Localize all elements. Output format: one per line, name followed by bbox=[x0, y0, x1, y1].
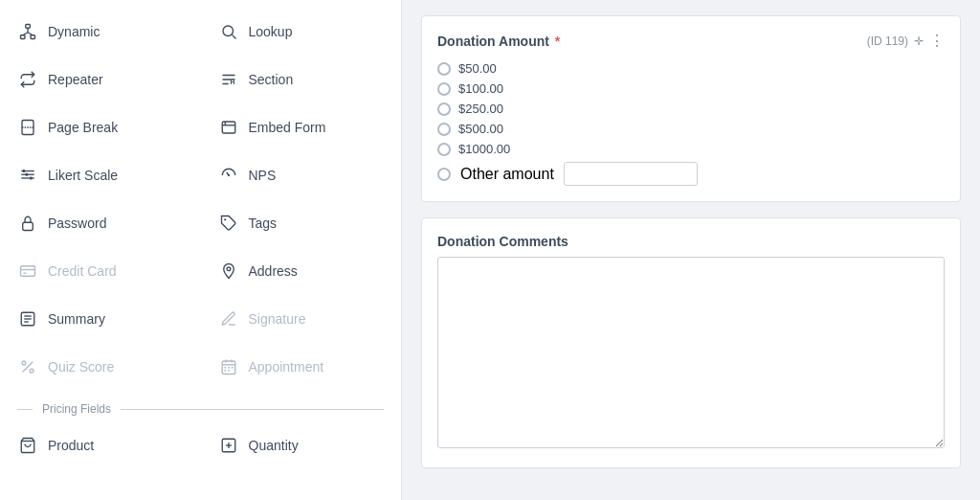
donation-comments-label: Donation Comments bbox=[437, 234, 945, 249]
field-item-nps[interactable]: NPS bbox=[201, 151, 402, 199]
radio-item-1000[interactable]: $1000.00 bbox=[437, 142, 945, 156]
pricing-section-label: Pricing Fields bbox=[42, 402, 111, 416]
radio-item-100[interactable]: $100.00 bbox=[437, 81, 945, 96]
calendar-grid-icon bbox=[218, 356, 239, 377]
field-item-dynamic[interactable]: Dynamic bbox=[0, 8, 201, 56]
donation-amount-card: Donation Amount * (ID 119) ✛ ⋮ $50.00 $1… bbox=[421, 15, 961, 202]
field-label-quiz-score: Quiz Score bbox=[48, 359, 114, 375]
pen-icon bbox=[218, 308, 239, 330]
field-item-likert-scale[interactable]: Likert Scale bbox=[0, 151, 201, 199]
widget-id-badge: (ID 119) ✛ ⋮ bbox=[867, 32, 945, 50]
svg-line-31 bbox=[23, 362, 33, 373]
radio-item-250[interactable]: $250.00 bbox=[437, 102, 945, 116]
field-item-lookup[interactable]: Lookup bbox=[201, 8, 402, 56]
more-options-icon[interactable]: ⋮ bbox=[929, 32, 945, 50]
other-amount-input[interactable] bbox=[564, 162, 698, 186]
field-item-appointment: Appointment bbox=[201, 343, 402, 391]
other-amount-row: Other amount bbox=[437, 162, 945, 186]
svg-rect-0 bbox=[26, 25, 31, 29]
svg-rect-17 bbox=[23, 170, 25, 172]
svg-rect-1 bbox=[21, 35, 26, 39]
field-label-nps: NPS bbox=[249, 168, 277, 183]
donation-comments-textarea[interactable] bbox=[437, 257, 945, 448]
radio-item-500[interactable]: $500.00 bbox=[437, 122, 945, 136]
field-item-page-break[interactable]: Page Break bbox=[0, 103, 201, 151]
svg-rect-21 bbox=[23, 222, 33, 230]
field-item-quantity[interactable]: Quantity bbox=[201, 421, 402, 469]
field-label-summary: Summary bbox=[48, 311, 105, 327]
field-label-quantity: Quantity bbox=[249, 438, 299, 453]
field-grid: Dynamic Lookup Repeater H Section bbox=[0, 8, 401, 391]
svg-rect-18 bbox=[26, 173, 28, 176]
field-item-summary[interactable]: Summary bbox=[0, 295, 201, 343]
field-label-dynamic: Dynamic bbox=[48, 24, 100, 39]
field-item-product[interactable]: Product bbox=[0, 421, 201, 469]
svg-rect-23 bbox=[21, 266, 35, 277]
embed-icon bbox=[218, 117, 239, 138]
search-icon bbox=[218, 21, 239, 42]
field-item-embed-form[interactable]: Embed Form bbox=[201, 103, 402, 151]
radio-label-250: $250.00 bbox=[458, 102, 503, 116]
radio-circle[interactable] bbox=[437, 143, 451, 156]
radio-label-500: $500.00 bbox=[458, 122, 503, 136]
svg-point-26 bbox=[227, 267, 231, 271]
radio-circle[interactable] bbox=[437, 102, 451, 116]
radio-item-50[interactable]: $50.00 bbox=[437, 61, 945, 76]
radio-circle[interactable] bbox=[437, 123, 451, 136]
field-label-tags: Tags bbox=[249, 216, 278, 231]
radio-circle[interactable] bbox=[437, 82, 451, 96]
field-label-embed-form: Embed Form bbox=[249, 120, 326, 135]
svg-point-6 bbox=[223, 26, 234, 36]
lock-icon bbox=[17, 213, 38, 234]
svg-text:H: H bbox=[230, 79, 234, 85]
field-label-product: Product bbox=[48, 438, 94, 453]
heading-icon: H bbox=[218, 69, 239, 90]
radio-circle[interactable] bbox=[437, 62, 451, 76]
tag-icon bbox=[218, 213, 239, 234]
field-label-page-break: Page Break bbox=[48, 120, 118, 135]
svg-line-4 bbox=[23, 33, 28, 35]
field-item-credit-card: Credit Card bbox=[0, 247, 201, 295]
page-icon bbox=[17, 117, 38, 138]
radio-label-100: $100.00 bbox=[458, 81, 503, 96]
field-label-address: Address bbox=[249, 263, 298, 279]
svg-line-5 bbox=[28, 33, 33, 35]
donation-amount-title: Donation Amount * bbox=[437, 34, 560, 49]
pin-icon bbox=[218, 261, 239, 282]
field-item-quiz-score: Quiz Score bbox=[0, 343, 201, 391]
pricing-section-divider: Pricing Fields bbox=[0, 391, 401, 421]
network-icon bbox=[17, 21, 38, 42]
widget-header: Donation Amount * (ID 119) ✛ ⋮ bbox=[437, 32, 945, 50]
svg-point-22 bbox=[224, 218, 226, 220]
field-item-section[interactable]: H Section bbox=[201, 56, 402, 103]
svg-rect-19 bbox=[30, 177, 32, 180]
cart-icon bbox=[17, 435, 38, 456]
other-amount-label: Other amount bbox=[460, 166, 554, 183]
svg-point-20 bbox=[227, 174, 229, 176]
field-item-password[interactable]: Password bbox=[0, 199, 201, 247]
field-item-address[interactable]: Address bbox=[201, 247, 402, 295]
move-icon[interactable]: ✛ bbox=[914, 34, 924, 48]
svg-rect-11 bbox=[222, 122, 235, 133]
field-label-appointment: Appointment bbox=[249, 359, 324, 375]
field-label-signature: Signature bbox=[249, 311, 306, 327]
card-icon bbox=[17, 261, 38, 282]
field-label-password: Password bbox=[48, 216, 106, 231]
pricing-field-grid: Product Quantity bbox=[0, 421, 401, 469]
required-asterisk: * bbox=[551, 34, 560, 49]
svg-line-7 bbox=[232, 34, 235, 38]
radio-options: $50.00 $100.00 $250.00 $500.00 $1000.00 bbox=[437, 61, 945, 156]
radio-label-50: $50.00 bbox=[458, 61, 497, 76]
plus-box-icon bbox=[218, 435, 239, 456]
gauge-icon bbox=[218, 165, 239, 186]
donation-comments-card: Donation Comments bbox=[421, 217, 961, 468]
svg-point-32 bbox=[22, 361, 26, 365]
field-item-signature: Signature bbox=[201, 295, 402, 343]
field-item-repeater[interactable]: Repeater bbox=[0, 56, 201, 103]
field-label-lookup: Lookup bbox=[249, 24, 293, 39]
other-radio-circle[interactable] bbox=[437, 168, 451, 181]
field-item-tags[interactable]: Tags bbox=[201, 199, 402, 247]
svg-rect-2 bbox=[31, 35, 35, 39]
summary-icon bbox=[17, 308, 38, 330]
field-label-credit-card: Credit Card bbox=[48, 263, 117, 279]
